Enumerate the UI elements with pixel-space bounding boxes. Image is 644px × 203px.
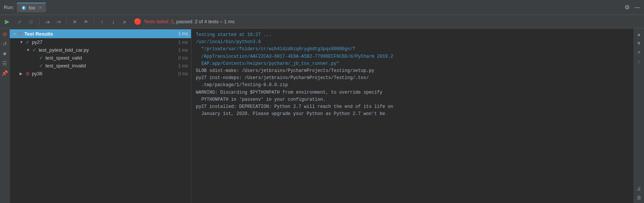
output-line-9: WARNING: Discarding $PYTHONPATH from env… <box>196 89 629 96</box>
output-line-6: GLOB sdist-make: /Users/jetbrains/Pychar… <box>196 67 629 75</box>
expand-all-button[interactable]: ≡ <box>70 17 80 27</box>
output-line-12: January 1st, 2020. Please upgrade your P… <box>196 110 629 118</box>
tox-tab-label: tox <box>29 5 35 10</box>
sort-output-button[interactable]: ↕ <box>635 57 643 65</box>
tests-passed: 2 of 4 tests – 1 ms <box>195 19 235 24</box>
toolbar-separator-3 <box>94 18 94 25</box>
pin-side-icon[interactable]: 📌 <box>1 69 9 77</box>
rerun-passed-button[interactable]: ✓ <box>15 17 25 27</box>
root-expand-arrow: ▼ <box>13 32 18 36</box>
tests-failed: Tests failed: 2 <box>144 19 174 24</box>
py27-expand-arrow: ▼ <box>20 40 25 44</box>
title-bar-right: ⚙ — <box>624 4 640 11</box>
minimize-icon[interactable]: — <box>634 4 640 11</box>
test-speed-valid-time: 0 ms <box>177 55 188 61</box>
root-error-icon: ⊘ <box>18 31 23 37</box>
output-line-2: /usr/local/bin/python3.6 <box>196 39 629 46</box>
tree-row-test-file[interactable]: ▼ ✓ test_pytest_bdd_car.py 1 ms <box>10 46 191 54</box>
main-content: ⊘ ↺ ■ ☰ 📌 ▼ ⊘ Test Results 1 ms ▼ ✓ py27 <box>0 28 644 203</box>
next-failure-button[interactable]: ↓ <box>108 17 118 27</box>
py36-expand-arrow: ▶ <box>20 72 25 76</box>
sort-dur-button[interactable]: ↑≡ <box>54 17 63 27</box>
test-file-time: 1 ms <box>177 48 188 53</box>
output-line-8: .tmp/package/1/Testing-0.0.0.zip <box>196 82 629 89</box>
test-file-expand-arrow: ▼ <box>26 48 32 52</box>
stop-button[interactable]: ⊘ <box>26 17 36 27</box>
trash-button[interactable]: 🗑 <box>635 193 643 202</box>
sort-alpha-button[interactable]: ↓a <box>42 17 52 27</box>
status-text: Tests failed: 2, passed: 2 of 4 tests – … <box>144 19 235 24</box>
output-line-1: Testing started at 18:27 ... <box>196 31 629 39</box>
play-button[interactable]: ▶ <box>2 17 12 27</box>
py36-label: py36 <box>32 71 177 76</box>
print-button[interactable]: 🖨 <box>635 184 643 193</box>
test-file-check-icon: ✓ <box>32 47 36 53</box>
title-bar: Run: tox ✕ ⚙ — <box>0 0 644 15</box>
tox-tab[interactable]: tox ✕ <box>17 3 45 12</box>
py27-check-icon: ✓ <box>26 39 30 45</box>
title-bar-left: Run: tox ✕ <box>4 3 46 12</box>
root-time: 1 ms <box>177 31 188 36</box>
output-line-7: py27 inst-nodeps: /Users/jetbrains/Pycha… <box>196 75 629 82</box>
rerun-side-icon[interactable]: ↺ <box>1 40 9 48</box>
run-label: Run: <box>4 4 14 10</box>
output-line-3: "/private/var/folders/cr/wzh4ldzd6zq6ryg… <box>196 46 629 53</box>
collapse-all-button[interactable]: ≐ <box>81 17 91 27</box>
output-line-4: /AppTranslocation/AAF22CA3-6017-4E8A-A5B… <box>196 53 629 60</box>
prev-failure-button[interactable]: ↑ <box>97 17 107 27</box>
output-line-11: py27 installed: DEPRECATION: Python 2.7 … <box>196 103 629 110</box>
stop-side-icon[interactable]: ■ <box>1 49 9 58</box>
output-line-10: PYTHONPATH in 'passenv' in your configur… <box>196 96 629 103</box>
root-label: Test Results <box>24 31 177 37</box>
filter-output-button[interactable]: ≡ <box>635 48 643 56</box>
py36-time: 0 ms <box>177 71 188 76</box>
py36-error-icon: ⊘ <box>26 71 30 76</box>
toolbar-separator-1 <box>39 18 39 25</box>
right-controls: ▲ ▼ ≡ ↕ 🖨 🗑 <box>633 28 644 203</box>
right-output-panel[interactable]: Testing started at 18:27 ... /usr/local/… <box>191 28 633 203</box>
tree-row-test-speed-invalid[interactable]: ✓ test_speed_invalid 1 ms <box>10 62 191 70</box>
scroll-down-button[interactable]: ▼ <box>635 39 643 47</box>
play-icon: ▶ <box>5 18 9 25</box>
status-area: 🔴 Tests failed: 2, passed: 2 of 4 tests … <box>134 18 642 25</box>
history-side-icon[interactable]: ☰ <box>1 59 9 67</box>
test-speed-invalid-label: test_speed_invalid <box>45 63 177 69</box>
tree-row-py27[interactable]: ▼ ✓ py27 1 ms <box>10 38 191 46</box>
test-file-label: test_pytest_bdd_car.py <box>39 47 177 53</box>
toolbar: ▶ ✓ ⊘ ↓a ↑≡ ≡ ≐ ↑ ↓ » 🔴 Tests failed: 2,… <box>0 15 644 28</box>
side-icons: ⊘ ↺ ■ ☰ 📌 <box>0 28 10 203</box>
error-side-icon[interactable]: ⊘ <box>1 30 9 38</box>
tree-root-row[interactable]: ▼ ⊘ Test Results 1 ms <box>10 29 191 38</box>
py27-time: 1 ms <box>177 40 188 45</box>
scroll-up-button[interactable]: ▲ <box>635 30 643 38</box>
more-button[interactable]: » <box>120 17 129 27</box>
tree-row-test-speed-valid[interactable]: ✓ test_speed_valid 0 ms <box>10 54 191 62</box>
left-panel: ⊘ ↺ ■ ☰ 📌 ▼ ⊘ Test Results 1 ms ▼ ✓ py27 <box>0 28 191 203</box>
settings-icon[interactable]: ⚙ <box>624 4 630 11</box>
output-line-5: EAP.app/Contents/helpers/pycharm/_jb_tox… <box>196 60 629 67</box>
tree-row-py36[interactable]: ▶ ⊘ py36 0 ms <box>10 70 191 78</box>
toolbar-separator-2 <box>66 18 67 25</box>
test-speed-invalid-check-icon: ✓ <box>39 63 43 69</box>
test-speed-valid-check-icon: ✓ <box>39 55 43 61</box>
test-speed-valid-label: test_speed_valid <box>45 55 177 61</box>
status-error-icon: 🔴 <box>134 18 141 25</box>
tree-area: ▼ ⊘ Test Results 1 ms ▼ ✓ py27 1 ms ▼ ✓ <box>10 28 191 78</box>
py27-label: py27 <box>32 39 177 45</box>
tox-tab-icon <box>21 5 27 11</box>
status-comma: , passed: <box>174 19 195 24</box>
test-speed-invalid-time: 1 ms <box>177 63 188 69</box>
tox-tab-close[interactable]: ✕ <box>39 5 42 10</box>
